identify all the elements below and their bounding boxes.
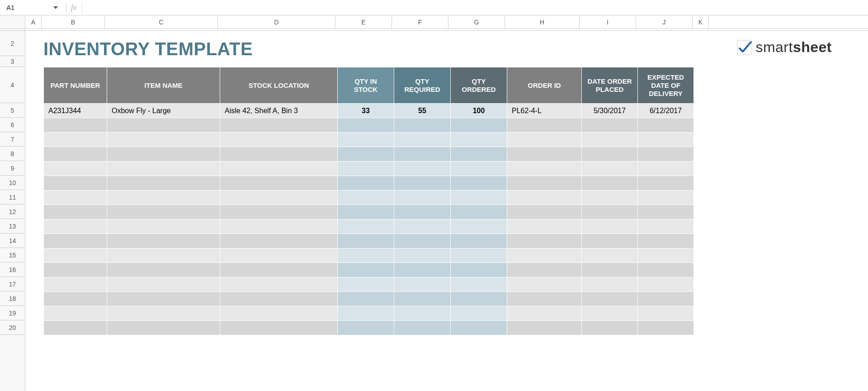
cell[interactable] (107, 234, 220, 248)
cell[interactable] (507, 292, 582, 306)
cell[interactable] (338, 292, 394, 306)
cell[interactable] (338, 147, 394, 162)
cell[interactable] (107, 205, 220, 219)
cell[interactable] (582, 205, 638, 219)
cell[interactable] (394, 219, 451, 234)
cell[interactable]: PL62-4-L (507, 104, 582, 118)
table-row[interactable] (44, 162, 694, 176)
col-part-number[interactable]: PART NUMBER (44, 67, 107, 104)
table-row[interactable] (44, 234, 694, 248)
col-order-id[interactable]: ORDER ID (507, 67, 582, 104)
cell[interactable] (638, 205, 694, 219)
cell[interactable] (507, 147, 582, 162)
cell[interactable] (638, 133, 694, 147)
cell[interactable] (451, 219, 507, 234)
cell[interactable] (638, 321, 694, 335)
table-row[interactable] (44, 277, 694, 292)
cell[interactable] (394, 234, 451, 248)
cell[interactable] (220, 277, 338, 292)
cell[interactable] (638, 263, 694, 277)
cell[interactable] (107, 306, 220, 321)
table-row[interactable] (44, 176, 694, 191)
cell[interactable] (220, 263, 338, 277)
cell[interactable] (507, 176, 582, 191)
cell[interactable] (220, 205, 338, 219)
cell[interactable] (582, 162, 638, 176)
cell[interactable] (507, 277, 582, 292)
cell[interactable] (638, 176, 694, 191)
cell[interactable] (507, 133, 582, 147)
cell[interactable] (220, 176, 338, 191)
formula-input[interactable] (85, 2, 868, 13)
cell[interactable] (107, 292, 220, 306)
col-qty-required[interactable]: QTY REQUIRED (394, 67, 451, 104)
cell[interactable] (507, 321, 582, 335)
cell[interactable] (394, 147, 451, 162)
cell[interactable] (638, 162, 694, 176)
table-row[interactable] (44, 248, 694, 263)
cell[interactable]: Oxbow Fly - Large (107, 104, 220, 118)
cell[interactable] (507, 162, 582, 176)
cell[interactable] (220, 248, 338, 263)
cell[interactable] (338, 248, 394, 263)
cell[interactable] (638, 234, 694, 248)
cell[interactable] (582, 147, 638, 162)
table-row[interactable] (44, 306, 694, 321)
cell[interactable] (44, 263, 107, 277)
cell[interactable] (107, 219, 220, 234)
cell[interactable] (107, 176, 220, 191)
row-header-13[interactable]: 13 (0, 219, 25, 234)
col-qty-ordered[interactable]: QTY ORDERED (451, 67, 507, 104)
cell[interactable]: 5/30/2017 (582, 104, 638, 118)
row-header-11[interactable]: 11 (0, 190, 25, 205)
row-header-12[interactable]: 12 (0, 205, 25, 219)
cell[interactable] (394, 205, 451, 219)
cell[interactable] (394, 191, 451, 205)
sheet-body[interactable]: INVENTORY TEMPLATE smartsheet (25, 29, 868, 391)
row-header-10[interactable]: 10 (0, 176, 25, 190)
cell[interactable] (338, 277, 394, 292)
cell[interactable]: Aisle 42, Shelf A, Bin 3 (220, 104, 338, 118)
cell[interactable] (451, 306, 507, 321)
cell[interactable] (394, 118, 451, 133)
col-expected-delivery[interactable]: EXPECTED DATE OF DELIVERY (638, 67, 694, 104)
cell[interactable] (638, 292, 694, 306)
row-header-2[interactable]: 2 (0, 31, 25, 56)
cell[interactable] (582, 118, 638, 133)
cell[interactable] (107, 147, 220, 162)
cell[interactable] (338, 133, 394, 147)
cell[interactable] (394, 321, 451, 335)
column-header-J[interactable]: J (636, 15, 693, 29)
col-item-name[interactable]: ITEM NAME (107, 67, 220, 104)
cell[interactable] (638, 147, 694, 162)
cell[interactable] (507, 306, 582, 321)
cell[interactable] (451, 133, 507, 147)
cell[interactable] (582, 263, 638, 277)
row-header-15[interactable]: 15 (0, 248, 25, 262)
cell[interactable]: 6/12/2017 (638, 104, 694, 118)
cell[interactable] (394, 176, 451, 191)
cell[interactable] (44, 118, 107, 133)
cell[interactable]: A231J344 (44, 104, 107, 118)
row-header-18[interactable]: 18 (0, 291, 25, 306)
col-qty-in-stock[interactable]: QTY IN STOCK (338, 67, 394, 104)
cell[interactable] (220, 306, 338, 321)
cell[interactable] (582, 234, 638, 248)
cell[interactable] (638, 191, 694, 205)
cell[interactable] (220, 321, 338, 335)
cell[interactable] (582, 176, 638, 191)
cell[interactable] (44, 234, 107, 248)
column-header-E[interactable]: E (335, 15, 392, 29)
cell[interactable] (507, 118, 582, 133)
cell[interactable] (582, 191, 638, 205)
name-box[interactable]: A1 (3, 2, 61, 14)
cell[interactable] (638, 219, 694, 234)
column-header-C[interactable]: C (105, 15, 218, 29)
col-date-order-placed[interactable]: DATE ORDER PLACED (582, 67, 638, 104)
cell[interactable] (582, 133, 638, 147)
cell[interactable] (582, 277, 638, 292)
row-header-4[interactable]: 4 (0, 67, 25, 103)
cell[interactable] (44, 205, 107, 219)
column-header-A[interactable]: A (25, 15, 42, 29)
col-stock-location[interactable]: STOCK LOCATION (220, 67, 338, 104)
